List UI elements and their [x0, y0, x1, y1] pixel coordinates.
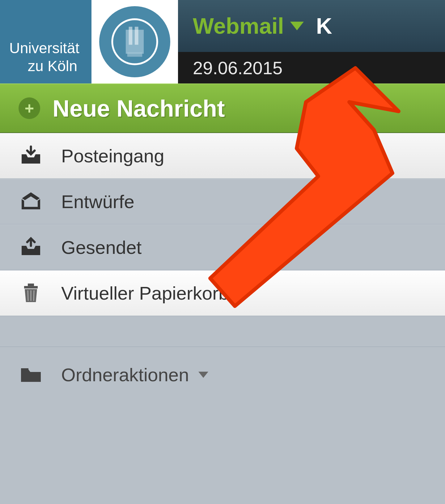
svg-rect-12 [21, 368, 28, 370]
university-name: Universität zu Köln [0, 8, 79, 75]
seal-icon [99, 6, 170, 77]
inbox-icon [19, 145, 43, 167]
trash-icon [19, 282, 43, 304]
folder-inbox[interactable]: Posteingang [0, 133, 445, 179]
inbox-label: Posteingang [61, 145, 164, 167]
folder-spacer [0, 316, 445, 347]
svg-rect-6 [127, 52, 142, 57]
folder-sent[interactable]: Gesendet [0, 224, 445, 270]
new-message-button[interactable]: + Neue Nachricht [0, 83, 445, 133]
svg-rect-5 [135, 27, 138, 45]
svg-rect-8 [28, 284, 34, 286]
webmail-label: Webmail [193, 13, 284, 39]
current-date: 29.06.2015 [193, 58, 282, 78]
new-message-label: Neue Nachricht [53, 95, 225, 122]
folder-icon [19, 364, 43, 386]
drafts-icon [19, 191, 43, 212]
folder-actions-text: Ordneraktionen [61, 364, 189, 386]
university-seal [91, 0, 178, 83]
folder-drafts[interactable]: Entwürfe [0, 179, 445, 224]
header-right: Webmail K 29.06.2015 [178, 0, 445, 83]
folder-list: Posteingang Entwürfe Gesendet [0, 133, 445, 403]
other-tab[interactable]: K [316, 13, 332, 39]
logo-line2: zu Köln [9, 57, 79, 75]
other-tab-label: K [316, 13, 332, 39]
svg-line-9 [28, 290, 28, 301]
trash-label: Virtueller Papierkorb [61, 283, 229, 304]
logo-line1: Universität [9, 39, 79, 57]
folder-trash[interactable]: Virtueller Papierkorb [0, 270, 445, 316]
folder-actions-label: Ordneraktionen [61, 364, 208, 386]
folder-actions-button[interactable]: Ordneraktionen [0, 347, 445, 403]
svg-line-11 [34, 290, 34, 301]
sent-icon [19, 237, 43, 258]
svg-rect-4 [129, 27, 133, 45]
drafts-label: Entwürfe [61, 191, 134, 212]
logo-area: Universität zu Köln [0, 0, 178, 83]
date-bar: 29.06.2015 [178, 52, 445, 83]
webmail-tab[interactable]: Webmail [193, 13, 304, 39]
svg-rect-7 [24, 286, 38, 288]
plus-icon: + [19, 97, 40, 119]
app-header: Universität zu Köln Webmail [0, 0, 445, 83]
nav-tabs: Webmail K [178, 0, 445, 52]
dropdown-icon [290, 22, 304, 30]
sent-label: Gesendet [61, 237, 142, 258]
chevron-down-icon [198, 372, 208, 378]
